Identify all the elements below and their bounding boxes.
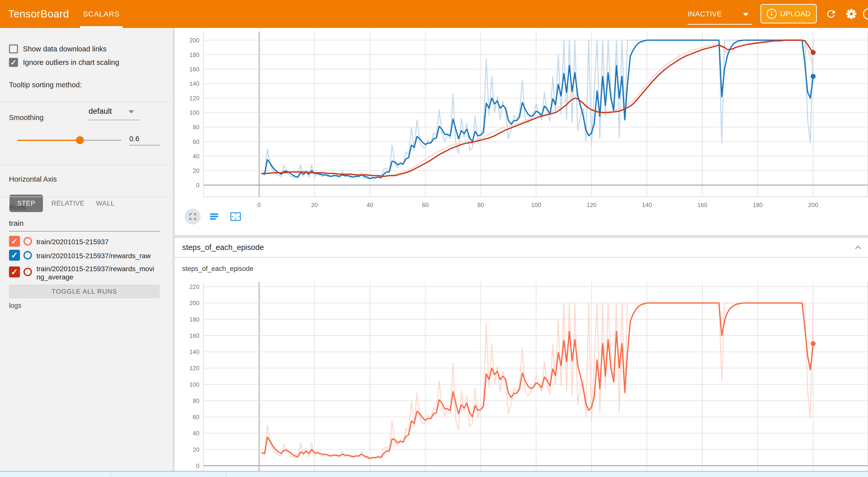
svg-text:200: 200 xyxy=(808,201,818,208)
svg-text:0: 0 xyxy=(257,201,260,208)
fit-domain-icon xyxy=(230,211,241,222)
svg-text:120: 120 xyxy=(189,95,199,101)
status-dropdown-value: INACTIVE xyxy=(688,10,722,18)
upload-button-label: UPLOAD xyxy=(780,10,811,18)
checkbox-show-download-links[interactable] xyxy=(9,44,18,53)
svg-text:140: 140 xyxy=(189,349,199,355)
runs-filter-input[interactable] xyxy=(9,219,160,231)
svg-text:180: 180 xyxy=(189,316,199,323)
axis-button-relative[interactable]: RELATIVE xyxy=(49,195,87,212)
svg-text:140: 140 xyxy=(189,80,199,87)
smoothing-label: Smoothing xyxy=(9,114,44,122)
tag-section-title: steps_of_each_episode xyxy=(182,243,264,252)
run-color-radio[interactable] xyxy=(24,237,32,246)
status-dropdown-underline xyxy=(688,24,752,25)
svg-text:100: 100 xyxy=(189,381,199,388)
settings-sidebar: Show data download links ✓ Ignore outlie… xyxy=(0,28,173,477)
info-icon: i xyxy=(767,9,777,19)
chevron-down-icon xyxy=(743,13,748,16)
scalar-chart-rewards[interactable]: 0204060801001201401601802000204060801001… xyxy=(175,31,868,210)
svg-text:220: 220 xyxy=(189,283,199,290)
svg-text:180: 180 xyxy=(189,52,199,58)
axis-button-wall[interactable]: WALL xyxy=(93,195,118,212)
tab-active-underline xyxy=(80,26,123,28)
app-title: TensorBoard xyxy=(8,0,69,28)
dashboard-content: 0204060801001201401601802000204060801001… xyxy=(173,28,868,477)
svg-text:160: 160 xyxy=(697,201,707,208)
svg-text:20: 20 xyxy=(193,446,199,453)
scalar-chart-card-steps: steps_of_each_episode 020406080100120140… xyxy=(175,258,868,477)
svg-text:140: 140 xyxy=(642,201,652,208)
tooltip-sorting-dropdown[interactable]: default xyxy=(89,107,112,116)
svg-text:40: 40 xyxy=(193,430,199,437)
run-color-radio[interactable] xyxy=(24,268,32,276)
refresh-icon[interactable] xyxy=(825,8,837,20)
run-checkbox[interactable]: ✓ xyxy=(9,266,20,278)
svg-text:20: 20 xyxy=(193,167,199,174)
strip-divider xyxy=(111,472,111,477)
upload-button[interactable]: i UPLOAD xyxy=(761,4,817,24)
svg-text:120: 120 xyxy=(189,365,199,372)
smoothing-value-input[interactable] xyxy=(129,135,160,146)
run-checkbox[interactable]: ✓ xyxy=(9,236,20,247)
expand-chart-button[interactable] xyxy=(185,209,200,225)
help-icon-partial[interactable] xyxy=(863,8,868,20)
svg-text:120: 120 xyxy=(587,201,596,208)
app-header: TensorBoard SCALARS INACTIVE i UPLOAD xyxy=(0,0,868,28)
tag-section-header[interactable]: steps_of_each_episode xyxy=(175,238,868,257)
run-name: train/20201015-215937 xyxy=(36,238,158,246)
scalar-chart-card-top: 0204060801001201401601802000204060801001… xyxy=(175,28,868,235)
tab-scalars[interactable]: SCALARS xyxy=(80,0,123,28)
divider xyxy=(0,197,173,197)
svg-text:80: 80 xyxy=(193,398,199,404)
svg-text:200: 200 xyxy=(189,37,199,44)
svg-text:160: 160 xyxy=(189,332,199,339)
svg-text:100: 100 xyxy=(531,201,541,208)
horizontal-axis-label: Horizontal Axis xyxy=(9,175,57,183)
fit-to-data-button[interactable] xyxy=(227,209,244,225)
strip-divider xyxy=(226,472,226,477)
svg-text:100: 100 xyxy=(189,109,199,116)
checkbox-label[interactable]: Show data download links xyxy=(23,44,106,54)
data-download-button[interactable] xyxy=(206,209,222,225)
fullscreen-icon xyxy=(187,211,198,222)
checkbox-label[interactable]: Ignore outliers in chart scaling xyxy=(23,57,119,67)
svg-text:80: 80 xyxy=(477,201,484,208)
run-row[interactable]: ✓ train/20201015-215937/rewards_raw xyxy=(0,250,173,263)
svg-text:180: 180 xyxy=(753,201,763,208)
smoothing-slider[interactable] xyxy=(17,140,122,141)
bottom-overlay-strip xyxy=(0,471,868,477)
smoothing-slider-thumb[interactable] xyxy=(76,136,84,144)
collapse-chevron-up-icon[interactable] xyxy=(852,242,864,253)
divider xyxy=(0,164,173,165)
chart-title: steps_of_each_episode xyxy=(182,265,253,273)
logs-directory-label: logs xyxy=(9,302,22,310)
run-name: train/20201015-215937/rewards_moving_ave… xyxy=(36,265,158,281)
toggle-all-runs-button[interactable]: TOGGLE ALL RUNS xyxy=(9,284,160,298)
list-bars-icon xyxy=(209,211,220,222)
svg-text:200: 200 xyxy=(189,299,199,306)
tooltip-sorting-underline xyxy=(87,120,140,120)
settings-gear-icon[interactable] xyxy=(845,8,857,20)
svg-text:60: 60 xyxy=(193,138,199,145)
svg-text:40: 40 xyxy=(193,153,199,160)
run-name: train/20201015-215937/rewards_raw xyxy=(36,252,158,260)
chart-toolbar xyxy=(185,206,244,226)
run-row[interactable]: ✓ train/20201015-215937/rewards_moving_a… xyxy=(0,264,173,284)
svg-text:20: 20 xyxy=(311,201,318,208)
svg-text:60: 60 xyxy=(422,201,429,208)
status-dropdown[interactable]: INACTIVE xyxy=(688,7,752,24)
svg-text:40: 40 xyxy=(367,201,373,208)
checkbox-ignore-outliers[interactable]: ✓ xyxy=(9,58,18,67)
svg-text:80: 80 xyxy=(193,124,199,130)
smoothing-slider-fill xyxy=(17,140,80,141)
svg-text:0: 0 xyxy=(196,463,199,469)
run-row[interactable]: ✓ train/20201015-215937 xyxy=(0,236,173,249)
divider xyxy=(0,102,173,102)
run-color-radio[interactable] xyxy=(24,251,32,259)
svg-text:60: 60 xyxy=(193,414,199,420)
chevron-down-icon xyxy=(128,110,134,114)
tooltip-sorting-label: Tooltip sorting method: xyxy=(9,81,82,89)
run-checkbox[interactable]: ✓ xyxy=(9,250,20,261)
scalar-chart-steps-of-each-episode[interactable]: 020406080100120140160180200220 xyxy=(175,282,868,472)
